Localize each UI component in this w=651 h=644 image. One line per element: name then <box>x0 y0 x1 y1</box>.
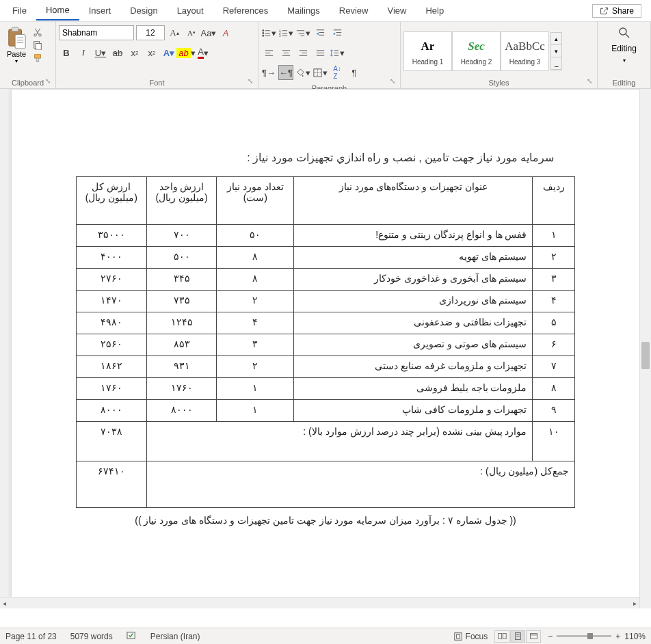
svg-rect-54 <box>454 632 462 640</box>
svg-point-14 <box>262 32 264 34</box>
line-spacing-button[interactable]: ▾ <box>330 45 345 60</box>
share-button[interactable]: Share <box>592 4 641 18</box>
document-page[interactable]: سرمایه مورد نیاز جهت تامین , نصب و راه ا… <box>11 89 640 608</box>
bullets-button[interactable]: ▾ <box>261 25 276 40</box>
table-row: ۵تجهیزات نظافتی و ضدعفونی۴۱۲۴۵۴۹۸۰ <box>77 312 575 334</box>
style-heading2[interactable]: Sec Heading 2 <box>452 31 501 71</box>
font-size-select[interactable] <box>136 25 165 40</box>
paste-button[interactable]: Paste ▾ <box>3 25 30 66</box>
svg-point-51 <box>620 28 626 35</box>
copy-icon[interactable] <box>33 40 42 50</box>
sort-button[interactable]: A↓Z <box>330 65 345 80</box>
table-row: ۷تجهیزات و ملزومات غرفه صنایع دستی۲۹۳۱۱۸… <box>77 356 575 378</box>
svg-point-12 <box>262 29 264 31</box>
tab-insert[interactable]: Insert <box>79 1 121 20</box>
italic-button[interactable]: I <box>76 45 91 60</box>
numbering-button[interactable]: 123▾ <box>278 25 293 40</box>
read-mode-button[interactable] <box>494 630 509 643</box>
paragraph-launcher[interactable]: ⤡ <box>390 77 398 85</box>
decrease-indent-button[interactable] <box>313 25 328 40</box>
font-name-select[interactable] <box>59 25 134 40</box>
subscript-button[interactable]: x2 <box>127 45 142 60</box>
shrink-font-button[interactable]: A▾ <box>184 25 199 40</box>
focus-mode-button[interactable]: Focus <box>453 632 488 641</box>
multilevel-button[interactable]: ▾ <box>295 25 310 40</box>
word-count[interactable]: 5079 words <box>70 632 113 641</box>
borders-button[interactable]: ▾ <box>313 65 328 80</box>
bold-button[interactable]: B <box>59 45 74 60</box>
table-row-total: جمع‌کل (میلیون ریال) :۶۷۴۱۰ <box>77 461 575 508</box>
scroll-left-icon[interactable]: ◂ <box>0 600 9 607</box>
table-row: ۹تجهیزات و ملزومات کافی شاپ۱۸۰۰۰۸۰۰۰ <box>77 400 575 422</box>
status-bar: Page 11 of 23 5079 words Persian (Iran) … <box>0 628 651 644</box>
tab-design[interactable]: Design <box>120 1 167 20</box>
tab-review[interactable]: Review <box>330 1 378 20</box>
rtl-button[interactable]: ←¶ <box>278 65 293 80</box>
underline-button[interactable]: U▾ <box>93 45 108 60</box>
zoom-level[interactable]: 110% <box>624 632 646 641</box>
svg-point-16 <box>262 34 264 36</box>
scroll-thumb[interactable] <box>641 342 650 369</box>
svg-rect-11 <box>36 58 39 62</box>
document-area: سرمایه مورد نیاز جهت تامین , نصب و راه ا… <box>0 89 651 608</box>
shading-button[interactable]: ▾ <box>295 65 310 80</box>
editing-group: Editing ▾ Editing <box>598 22 651 88</box>
format-painter-icon[interactable] <box>33 53 42 63</box>
page-indicator[interactable]: Page 11 of 23 <box>5 632 57 641</box>
svg-rect-56 <box>499 633 502 639</box>
font-launcher[interactable]: ⤡ <box>248 77 256 85</box>
align-left-button[interactable] <box>261 45 276 60</box>
grow-font-button[interactable]: A▴ <box>167 25 182 40</box>
svg-line-52 <box>626 34 629 38</box>
align-center-button[interactable] <box>278 45 293 60</box>
clipboard-launcher[interactable]: ⤡ <box>45 77 53 85</box>
styles-group: Ar Heading 1 Sec Heading 2 AaBbCc Headin… <box>401 22 598 88</box>
styles-launcher[interactable]: ⤡ <box>587 77 595 85</box>
zoom-out-button[interactable]: − <box>548 632 553 641</box>
align-right-button[interactable] <box>295 45 310 60</box>
table-row: ۶سیستم های صوتی و تصویری۳۸۵۳۲۵۶۰ <box>77 334 575 356</box>
justify-button[interactable] <box>313 45 328 60</box>
scroll-right-icon[interactable]: ▸ <box>630 600 639 607</box>
increase-indent-button[interactable] <box>330 25 345 40</box>
styles-label: Styles <box>403 77 594 88</box>
highlight-button[interactable]: ab▾ <box>178 45 194 60</box>
svg-rect-2 <box>15 34 25 49</box>
change-case-button[interactable]: Aa▾ <box>201 25 216 40</box>
horizontal-scrollbar[interactable]: ◂▸ <box>0 597 639 608</box>
print-layout-button[interactable] <box>510 630 525 643</box>
tab-help[interactable]: Help <box>416 1 453 20</box>
web-layout-button[interactable] <box>526 630 541 643</box>
spellcheck-button[interactable] <box>127 630 137 643</box>
ribbon-tabs: File Home Insert Design Layout Reference… <box>0 0 651 22</box>
table-row: ۸ملزومات باجه بلیط فروشی۱۱۷۶۰۱۷۶۰ <box>77 378 575 400</box>
strikethrough-button[interactable]: ab <box>110 45 125 60</box>
superscript-button[interactable]: x2 <box>144 45 159 60</box>
font-label: Font <box>59 77 255 88</box>
tab-layout[interactable]: Layout <box>168 1 213 20</box>
vertical-scrollbar[interactable] <box>639 89 651 608</box>
tab-mailings[interactable]: Mailings <box>278 1 330 20</box>
ltr-button[interactable]: ¶→ <box>261 65 276 80</box>
svg-point-7 <box>39 34 42 37</box>
style-heading1[interactable]: Ar Heading 1 <box>403 31 452 71</box>
zoom-in-button[interactable]: + <box>615 632 620 641</box>
cut-icon[interactable] <box>33 27 42 37</box>
text-effects-button[interactable]: A▾ <box>161 45 176 60</box>
language-indicator[interactable]: Persian (Iran) <box>150 632 200 641</box>
show-marks-button[interactable]: ¶ <box>347 65 362 80</box>
styles-scroller[interactable]: ▴▾⎯ <box>550 32 562 70</box>
zoom-slider[interactable] <box>557 635 611 637</box>
tab-home[interactable]: Home <box>36 1 79 21</box>
font-color-button[interactable]: A▾ <box>196 45 211 60</box>
tab-file[interactable]: File <box>3 1 36 20</box>
clear-formatting-button[interactable]: A <box>218 25 233 40</box>
tab-view[interactable]: View <box>377 1 416 20</box>
tab-references[interactable]: References <box>213 1 278 20</box>
table-caption: (( جدول شماره ۷ : برآورد میزان سرمایه مو… <box>53 515 598 526</box>
svg-rect-61 <box>530 633 537 639</box>
col-qty: تعداد مورد نیاز (ست) <box>217 177 294 225</box>
style-heading3[interactable]: AaBbCc Heading 3 <box>501 31 549 71</box>
col-unit: ارزش واحد (میلیون ریال) <box>146 177 217 225</box>
editing-button[interactable]: Editing ▾ <box>600 23 648 77</box>
